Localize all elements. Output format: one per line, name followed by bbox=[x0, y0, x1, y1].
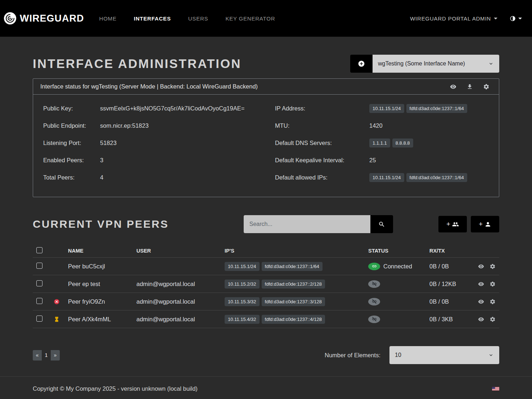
disconnected-link-slash-icon bbox=[368, 298, 380, 305]
peer-details-eye-icon[interactable] bbox=[478, 316, 484, 322]
add-peer-button[interactable]: + bbox=[471, 216, 499, 232]
chevron-down-icon bbox=[488, 61, 494, 67]
pagination-next-button[interactable]: » bbox=[51, 350, 60, 361]
nav-item-users[interactable]: USERS bbox=[188, 15, 208, 22]
peer-rxtx: 0B / 12KB bbox=[429, 281, 478, 287]
view-config-eye-icon[interactable] bbox=[450, 83, 456, 90]
peer-edit-gear-icon[interactable] bbox=[490, 263, 496, 269]
peer-disabled-icon bbox=[54, 299, 60, 305]
peer-details-eye-icon[interactable] bbox=[478, 281, 484, 287]
field-label: Enabled Peers: bbox=[43, 157, 100, 164]
pagination: « 1 » bbox=[33, 350, 60, 361]
total-peers-value: 4 bbox=[100, 174, 266, 181]
peer-checkbox[interactable] bbox=[36, 316, 42, 322]
peer-ip-badge: fdfd:d3ad:c0de:1237::4/128 bbox=[262, 315, 325, 324]
peer-row: Peer buC5cxjl 10.11.15.1/24 fdfd:d3ad:c0… bbox=[33, 258, 499, 275]
main-nav: HOME INTERFACES USERS KEY GENERATOR bbox=[99, 15, 275, 22]
peer-ip-badge: fdfd:d3ad:c0de:1237::2/128 bbox=[262, 280, 325, 289]
field-label: Public Key: bbox=[43, 105, 100, 112]
dns-badge: 1.1.1.1 bbox=[369, 139, 390, 148]
field-label: MTU: bbox=[275, 122, 369, 129]
people-icon bbox=[452, 221, 459, 228]
chevron-down-icon bbox=[488, 352, 494, 358]
interface-status-card: Interface status for wgTesting (Server M… bbox=[33, 78, 499, 197]
add-interface-button[interactable] bbox=[350, 55, 373, 73]
person-icon bbox=[484, 221, 491, 228]
brand[interactable]: WIREGUARD bbox=[4, 12, 84, 25]
peer-user: admin@wgportal.local bbox=[136, 298, 225, 305]
status-card-title: Interface status for wgTesting (Server M… bbox=[40, 83, 258, 90]
theme-half-circle-icon bbox=[510, 15, 516, 22]
page-footer: Copyright © My Company 2025 - version un… bbox=[0, 376, 532, 399]
field-label: Default Keepalive Interval: bbox=[275, 157, 369, 164]
elements-per-page-label: Number of Elements: bbox=[325, 352, 380, 359]
mtu-value: 1420 bbox=[369, 122, 489, 129]
column-header-rxtx: RX/TX bbox=[429, 248, 478, 254]
field-label: IP Address: bbox=[275, 105, 369, 112]
field-label: Listening Port: bbox=[43, 140, 100, 146]
select-all-checkbox[interactable] bbox=[36, 247, 42, 253]
status-label: Connected bbox=[383, 263, 412, 270]
elements-per-page-select[interactable]: 10 bbox=[389, 346, 499, 364]
wireguard-logo-icon bbox=[4, 12, 17, 25]
peer-name: Peer ep test bbox=[68, 281, 136, 287]
peer-checkbox[interactable] bbox=[36, 280, 42, 286]
peer-ip-badge: fdfd:d3ad:c0de:1237::1/64 bbox=[262, 262, 323, 271]
ip-badge: fdfd:d3ad:c0de:1237::1/64 bbox=[406, 104, 467, 113]
peer-ip-badge: 10.11.15.2/32 bbox=[225, 280, 260, 289]
column-header-ips: IP'S bbox=[225, 248, 368, 254]
plus-label: + bbox=[479, 220, 483, 228]
peer-user: admin@wgportal.local bbox=[136, 316, 225, 323]
allowed-ip-badge: fdfd:d3ad:c0de:1237::1/64 bbox=[406, 173, 467, 182]
user-menu-label: WIREGUARD PORTAL ADMIN bbox=[410, 15, 491, 22]
interface-select-value: wgTesting (Some Interface Name) bbox=[378, 60, 465, 67]
peer-rxtx: 0B / 0B bbox=[429, 263, 478, 270]
peer-name: Peer A/Xk4mML bbox=[68, 316, 136, 323]
interface-settings-gear-icon[interactable] bbox=[483, 83, 490, 90]
nav-item-home[interactable]: HOME bbox=[99, 15, 117, 22]
add-multiple-peers-button[interactable]: + bbox=[438, 216, 467, 232]
public-endpoint-value: som.nicr.ep:51823 bbox=[100, 122, 266, 129]
plus-circle-icon bbox=[358, 60, 365, 67]
nav-item-key-generator[interactable]: KEY GENERATOR bbox=[225, 15, 275, 22]
pagination-page-1[interactable]: 1 bbox=[42, 350, 51, 361]
search-button[interactable] bbox=[370, 215, 393, 233]
keepalive-value: 25 bbox=[369, 157, 489, 164]
ip-badge: 10.11.15.1/24 bbox=[369, 104, 404, 113]
search-input[interactable] bbox=[244, 215, 370, 233]
field-label: Total Peers: bbox=[43, 174, 100, 181]
column-header-user: USER bbox=[136, 248, 225, 254]
peer-checkbox[interactable] bbox=[36, 263, 42, 269]
copyright-text: Copyright © My Company 2025 - version un… bbox=[33, 385, 198, 392]
language-us-flag-icon[interactable] bbox=[492, 386, 499, 391]
peer-details-eye-icon[interactable] bbox=[478, 299, 484, 305]
peer-edit-gear-icon[interactable] bbox=[490, 281, 496, 287]
user-menu-dropdown[interactable]: WIREGUARD PORTAL ADMIN bbox=[410, 15, 497, 22]
plus-label: + bbox=[446, 220, 450, 228]
nav-item-interfaces[interactable]: INTERFACES bbox=[134, 15, 171, 22]
interface-select[interactable]: wgTesting (Some Interface Name) bbox=[373, 55, 499, 73]
brand-name: WIREGUARD bbox=[20, 13, 84, 24]
download-config-icon[interactable] bbox=[466, 83, 473, 90]
field-label: Default allowed IPs: bbox=[275, 174, 369, 181]
allowed-ip-badge: 10.11.15.1/24 bbox=[369, 173, 404, 182]
peer-user: admin@wgportal.local bbox=[136, 281, 225, 287]
elements-per-page-value: 10 bbox=[395, 352, 401, 358]
peer-expiring-hourglass-icon bbox=[54, 316, 60, 322]
peer-row: Peer fryiO9Zn admin@wgportal.local 10.11… bbox=[33, 293, 499, 310]
search-icon bbox=[378, 221, 385, 228]
peer-ip-badge: 10.11.15.4/32 bbox=[225, 315, 260, 324]
peer-ip-badge: 10.11.15.1/24 bbox=[225, 262, 260, 271]
peer-edit-gear-icon[interactable] bbox=[490, 299, 496, 305]
connected-link-icon bbox=[368, 263, 380, 270]
peer-details-eye-icon[interactable] bbox=[478, 263, 484, 269]
top-navbar: WIREGUARD HOME INTERFACES USERS KEY GENE… bbox=[0, 0, 532, 37]
pagination-prev-button[interactable]: « bbox=[33, 350, 42, 361]
peer-ip-badge: fdfd:d3ad:c0de:1237::3/128 bbox=[262, 297, 325, 306]
theme-toggle-dropdown[interactable] bbox=[510, 15, 522, 22]
peer-checkbox[interactable] bbox=[36, 298, 42, 304]
peers-table: NAME USER IP'S STATUS RX/TX Peer buC5cxj… bbox=[33, 244, 499, 328]
peer-edit-gear-icon[interactable] bbox=[490, 316, 496, 322]
peer-name: Peer buC5cxjl bbox=[68, 263, 136, 270]
peer-row: Peer A/Xk4mML admin@wgportal.local 10.11… bbox=[33, 310, 499, 328]
